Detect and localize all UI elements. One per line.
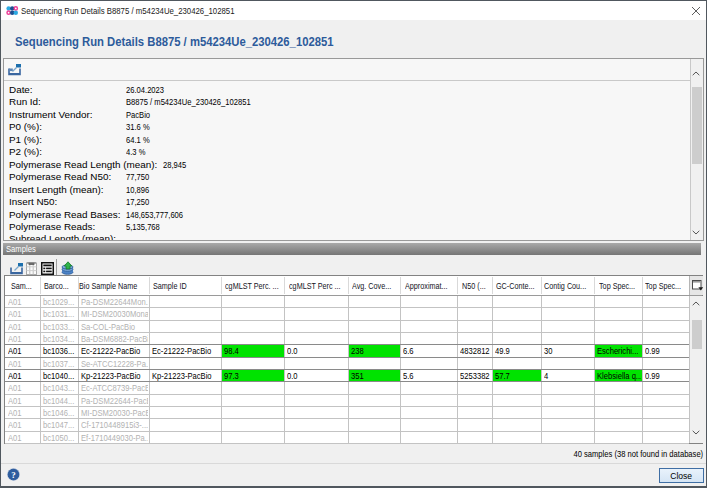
svg-text:?: ? <box>11 470 16 480</box>
